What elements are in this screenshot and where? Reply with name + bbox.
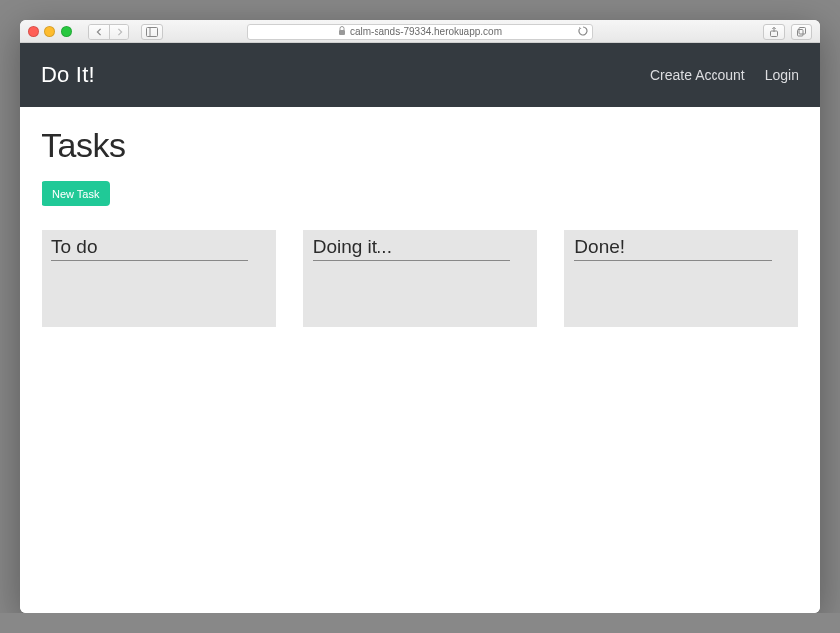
sidebar-toggle-button[interactable] (141, 24, 163, 40)
new-task-button[interactable]: New Task (42, 181, 110, 206)
kanban-columns: To do Doing it... Done! (42, 230, 798, 327)
svg-rect-5 (798, 29, 804, 36)
browser-window: calm-sands-79334.herokuapp.com + Do It! … (20, 20, 820, 613)
reload-button[interactable] (578, 26, 588, 38)
navbar-links: Create Account Login (650, 67, 798, 83)
forward-button[interactable] (109, 25, 128, 39)
page-title: Tasks (42, 126, 798, 165)
column-title: Doing it... (313, 236, 510, 261)
main-content: Tasks New Task To do Doing it... Done! (20, 107, 820, 347)
svg-rect-6 (799, 27, 806, 34)
back-button[interactable] (89, 25, 109, 39)
nav-arrow-group (88, 24, 129, 40)
share-button[interactable] (763, 24, 785, 40)
close-window-button[interactable] (28, 26, 39, 37)
svg-rect-0 (147, 27, 158, 36)
login-link[interactable]: Login (765, 67, 798, 83)
chrome-right-buttons (763, 24, 812, 40)
minimize-window-button[interactable] (44, 26, 55, 37)
viewport: Do It! Create Account Login Tasks New Ta… (20, 43, 820, 613)
brand[interactable]: Do It! (42, 62, 95, 88)
lock-icon (338, 26, 346, 37)
address-bar[interactable]: calm-sands-79334.herokuapp.com (247, 24, 593, 40)
column-done: Done! (564, 230, 798, 327)
column-title: To do (51, 236, 248, 261)
svg-rect-2 (339, 30, 345, 35)
column-doing: Doing it... (303, 230, 538, 327)
column-todo: To do (42, 230, 276, 327)
tabs-button[interactable] (791, 24, 812, 40)
zoom-window-button[interactable] (61, 26, 72, 37)
address-bar-text: calm-sands-79334.herokuapp.com (350, 26, 502, 37)
column-title: Done! (574, 236, 771, 261)
navbar: Do It! Create Account Login (20, 43, 820, 107)
create-account-link[interactable]: Create Account (650, 67, 745, 83)
browser-chrome: calm-sands-79334.herokuapp.com (20, 20, 820, 43)
